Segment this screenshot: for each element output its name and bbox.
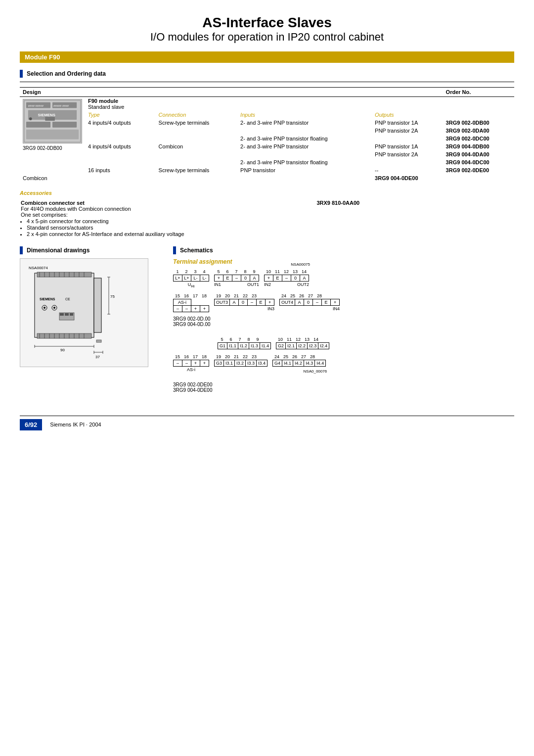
schematic-group-2: 5 6 7 8 9 G1I1.1I1.2I1.3I1.4: [173, 337, 514, 393]
terminal-block-in1-out1: 5 6 7 8 9 +E–0A IN1OUT1: [214, 269, 259, 287]
table-row: 4 inputs/4 outputs Screw-type terminals …: [20, 119, 514, 127]
svg-text:#### #####: #### #####: [28, 104, 44, 107]
dimensional-svg: NSA00074: [25, 263, 143, 362]
svg-rect-7: [26, 122, 50, 128]
model-label-1a: 3RG9 002-0D.00 3RG9 004-0D.00: [173, 316, 514, 327]
nsa-label2: NSA00075: [291, 262, 310, 267]
title-main: AS-Interface Slaves: [20, 15, 514, 31]
page-header: AS-Interface Slaves I/O modules for oper…: [20, 15, 514, 44]
list-item: 4 x 5-pin connector for connecting: [27, 218, 315, 224]
col-outputs-header: Outputs: [372, 111, 443, 119]
table-row: 4 inputs/4 outputs Combicon 2- and 3-wir…: [20, 142, 514, 150]
title-sub: I/O modules for operation in IP20 contro…: [20, 31, 514, 44]
terminal-block-asi: 15 16 17 18 AS-i ––++: [173, 293, 209, 312]
section-bar-schematics: [173, 246, 176, 254]
svg-rect-47: [65, 313, 69, 316]
svg-text:##### ####: ##### ####: [53, 104, 69, 107]
svg-text:NSA00074: NSA00074: [29, 266, 48, 270]
bottom-row: Dimensional drawings NSA00074: [20, 246, 514, 401]
svg-text:90: 90: [60, 348, 65, 352]
schematic-group-1: 1 2 3 4 L+L+L-L- UHi 5: [173, 269, 514, 327]
svg-rect-48: [70, 313, 73, 316]
combicon-order: 3RX9 810-0AA00: [316, 200, 513, 237]
section-bar-ordering: [20, 70, 23, 78]
accessories-title: Accessories: [20, 190, 514, 196]
standard-slave-label: Standard slave: [88, 104, 124, 110]
svg-rect-44: [96, 340, 101, 342]
section-bar-dim: [20, 246, 23, 254]
svg-rect-12: [45, 117, 55, 121]
dimensional-drawing-box: NSA00074: [20, 258, 148, 367]
combicon-desc1: For 4I/4O modules with Combicon connecti…: [21, 206, 315, 212]
svg-text:37: 37: [95, 355, 100, 359]
section-schematics-header: Schematics: [173, 246, 514, 254]
section-title-ordering: Selection and Ordering data: [27, 70, 106, 77]
terminal-block-asi-2: 15 16 17 18 ––++ AS-i: [173, 354, 209, 372]
f90-module-label: F90 module: [88, 98, 118, 104]
module-bar: Module F90: [20, 51, 514, 63]
svg-point-10: [29, 117, 32, 120]
col-connection-header: Connection: [156, 111, 238, 119]
svg-rect-46: [60, 313, 64, 316]
svg-rect-9: [26, 130, 79, 140]
f90-module-row: #### ##### ##### #### SIEMENS 3RG9 002-0…: [20, 97, 514, 111]
terminal-block-in2-out2: 10 11 12 13 14 +E–0A IN2OUT2 NSA000: [264, 269, 309, 287]
svg-text:SIEMENS: SIEMENS: [38, 113, 55, 117]
svg-rect-8: [52, 122, 77, 128]
nsa-label3: NSA0_00076: [304, 369, 327, 374]
footer-page-number: 6/92: [20, 419, 42, 430]
product-image-cell: #### ##### ##### #### SIEMENS 3RG9 002-0…: [20, 97, 85, 175]
terminal-block-g1: 5 6 7 8 9 G1I1.1I1.2I1.3I1.4: [218, 337, 271, 349]
list-item: 2 x 4-pin connector for AS-Interface and…: [27, 231, 315, 237]
section-title-dim: Dimensional drawings: [27, 247, 89, 254]
col-inputs-header: Inputs: [237, 111, 372, 119]
product-label: 3RG9 002-0DB00: [23, 145, 82, 151]
svg-text:75: 75: [110, 294, 115, 299]
section-dimensional-header: Dimensional drawings: [20, 246, 163, 254]
accessories-block: Combicon connector set For 4I/4O modules…: [20, 199, 514, 238]
svg-text:CE: CE: [65, 297, 70, 301]
svg-point-40: [53, 307, 55, 309]
section-ordering-header: Selection and Ordering data: [20, 70, 514, 78]
combicon-title: Combicon connector set: [21, 200, 315, 206]
list-item: Standard sensors/actuators: [27, 225, 315, 231]
section-title-schematics: Schematics: [180, 247, 213, 254]
footer-bar: 6/92 Siemens IK PI · 2004: [20, 416, 514, 430]
svg-point-38: [44, 307, 45, 309]
model-label-2a: 3RG9 002-0DE00 3RG9 004-0DE00: [173, 382, 514, 393]
column-headers-row: Type Connection Inputs Outputs: [20, 111, 514, 119]
svg-rect-43: [94, 278, 101, 332]
terminal-assignment-title: Terminal assignment: [173, 258, 514, 265]
terminal-block-g2: 10 11 12 13 14 G2I2.1I2.2I2.3I2.4: [276, 337, 329, 349]
terminal-block-g4: 24 25 26 27 28 G4I4.1I4.2I4.3I4.4 NSA0_0…: [272, 354, 326, 367]
schematics-col: Schematics Terminal assignment 1 2 3 4 L: [173, 246, 514, 401]
ordering-table: Design Order No. #### ##### ##### ####: [20, 87, 514, 182]
terminal-block-out3-in3: 19 20 21 22 23 OUT3A0–E+ IN3: [214, 293, 274, 311]
terminal-block-g3: 19 20 21 22 23 G3I3.1I3.2I3.3I3.4: [214, 354, 267, 367]
terminal-block-uhi: 1 2 3 4 L+L+L-L- UHi: [173, 269, 209, 288]
dimensional-col: Dimensional drawings NSA00074: [20, 246, 163, 401]
combicon-desc2: One set comprises:: [21, 212, 315, 218]
terminal-block-out4-in4: 24 25 26 27 28 OUT4A0–E+ IN4: [279, 293, 340, 311]
accessories-list: 4 x 5-pin connector for connecting Stand…: [27, 218, 315, 237]
footer-publisher: Siemens IK PI · 2004: [50, 422, 101, 427]
product-image: #### ##### ##### #### SIEMENS: [23, 99, 82, 143]
col-type-header: Type: [85, 111, 156, 119]
table-row: 16 inputs Screw-type terminals PNP trans…: [20, 166, 514, 174]
svg-text:SIEMENS: SIEMENS: [40, 297, 55, 301]
